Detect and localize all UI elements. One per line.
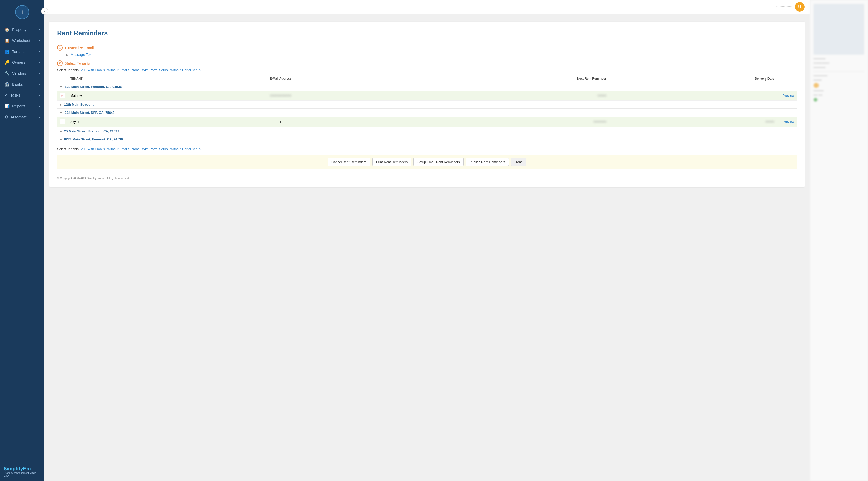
user-menu-text: •••••••••••••• — [776, 5, 793, 9]
select-without-emails-link[interactable]: Without Emails — [107, 68, 129, 72]
select-none-link[interactable]: None — [132, 68, 140, 72]
tenants-table: TENANT E-Mail Address Next Rent Reminder… — [57, 75, 797, 143]
sidebar-footer: $implifyEm Property Management Made Easy… — [0, 462, 44, 481]
print-rent-reminders-button[interactable]: Print Rent Reminders — [372, 158, 411, 166]
select-with-emails-link-bottom[interactable]: With Emails — [87, 147, 105, 151]
address-label-3: 234 Main Street, DFF, CA, 75648 — [65, 111, 115, 115]
tenant-checkbox-cell[interactable] — [57, 91, 68, 100]
top-bar: •••••••••••••• U — [44, 0, 810, 14]
cancel-rent-reminders-button[interactable]: Cancel Rent Reminders — [328, 158, 370, 166]
sidebar-item-owners[interactable]: 🔑 Owners › — [0, 57, 44, 68]
sidebar-item-tenants[interactable]: 👥 Tenants › — [0, 46, 44, 57]
tenant-checkbox-skyler[interactable] — [60, 119, 65, 124]
tenant-delivery-mathew — [609, 91, 777, 100]
main-content: •••••••••••••• U Rent Reminders 1 Custom… — [44, 0, 810, 481]
tenant-checkbox-cell-skyler[interactable] — [57, 117, 68, 127]
collapse-button[interactable]: ‹ — [41, 8, 48, 15]
address-row-3[interactable]: ▼ 234 Main Street, DFF, CA, 75648 — [57, 109, 797, 117]
select-without-emails-link-bottom[interactable]: Without Emails — [107, 147, 129, 151]
th-next-reminder: Next Rent Reminder — [373, 75, 609, 83]
address-label-1: 129 Main Street, Fremont, CA, 94536 — [65, 85, 122, 89]
preview-link-mathew[interactable]: Preview — [783, 94, 795, 97]
tenant-next-date-skyler: •••••••• — [609, 117, 777, 127]
th-tenant: TENANT — [68, 75, 188, 83]
select-with-portal-link-bottom[interactable]: With Portal Setup — [142, 147, 168, 151]
add-new-button[interactable]: + — [15, 5, 29, 19]
expand-icon: ▶ — [60, 103, 62, 106]
collapse-icon: ▼ — [60, 85, 62, 88]
chevron-right-icon: › — [39, 50, 40, 53]
table-row: Skyler 1 •••••••••••• •••••••• Preview — [57, 117, 797, 127]
chevron-right-icon: › — [39, 71, 40, 75]
step2-header: 2 Select Tenants — [57, 60, 797, 66]
expand-icon: ▶ — [60, 138, 62, 141]
step1-indent: ▶ Message Text — [66, 53, 797, 57]
select-tenants-bar-bottom: Select Tenants: All With Emails Without … — [57, 147, 797, 151]
tenant-preview-mathew: Preview — [777, 91, 797, 100]
tenant-name-skyler: Skyler — [68, 117, 188, 127]
sidebar-item-tasks[interactable]: ✓ Tasks › — [0, 90, 44, 100]
step1-title: Customize Email — [65, 46, 94, 50]
tenant-checkbox-mathew[interactable] — [60, 93, 65, 98]
home-icon: 🏠 — [5, 27, 10, 32]
chevron-right-icon: › — [39, 61, 40, 64]
select-all-link[interactable]: All — [81, 68, 85, 72]
select-none-link-bottom[interactable]: None — [132, 147, 140, 151]
tenant-email-skyler: •••••••••••• — [373, 117, 609, 127]
sidebar-item-automate[interactable]: ⚙ Automate › — [0, 112, 44, 122]
message-text-link[interactable]: Message Text — [70, 53, 92, 57]
preview-link-skyler[interactable]: Preview — [783, 120, 795, 124]
copyright-text: © Copyright 2006-2024 SimplifyEm Inc. Al… — [57, 174, 797, 180]
sidebar-logo: + — [0, 0, 44, 22]
select-without-portal-link-bottom[interactable]: Without Portal Setup — [170, 147, 200, 151]
worksheet-icon: 📋 — [5, 38, 10, 43]
chevron-right-icon: › — [39, 115, 40, 119]
address-label-4: 25 Main Street, Fremont, CA, 21523 — [64, 129, 119, 133]
automate-icon: ⚙ — [5, 115, 8, 119]
arrow-right-icon: ▶ — [66, 53, 68, 57]
user-avatar[interactable]: U — [795, 2, 805, 12]
page-title: Rent Reminders — [57, 29, 797, 41]
address-row-1[interactable]: ▼ 129 Main Street, Fremont, CA, 94536 — [57, 83, 797, 91]
select-tenants-bar-top: Select Tenants: All With Emails Without … — [57, 68, 797, 72]
select-all-link-bottom[interactable]: All — [81, 147, 85, 151]
select-with-emails-link[interactable]: With Emails — [87, 68, 105, 72]
setup-email-rent-reminders-button[interactable]: Setup Email Rent Reminders — [413, 158, 464, 166]
sidebar-item-property[interactable]: 🏠 Property › — [0, 24, 44, 35]
banks-icon: 🏦 — [5, 82, 10, 87]
tenant-email-mathew: •••••••••••••••••••• — [188, 91, 374, 100]
publish-rent-reminders-button[interactable]: Publish Rent Reminders — [466, 158, 509, 166]
chevron-right-icon: › — [39, 39, 40, 42]
th-delivery-date: Delivery Date — [609, 75, 777, 83]
address-label-2: 12th Main Street, , , — [64, 102, 94, 107]
tenants-icon: 👥 — [5, 49, 10, 54]
expand-icon: ▶ — [60, 130, 62, 133]
vendors-icon: 🔧 — [5, 71, 10, 76]
th-preview — [777, 75, 797, 83]
table-header-row: TENANT E-Mail Address Next Rent Reminder… — [57, 75, 797, 83]
address-row-2[interactable]: ▶ 12th Main Street, , , — [57, 100, 797, 109]
content-panel: Rent Reminders 1 Customize Email ▶ Messa… — [50, 22, 805, 187]
sidebar-item-banks[interactable]: 🏦 Banks › — [0, 79, 44, 90]
owners-icon: 🔑 — [5, 60, 10, 65]
step2-number: 2 — [57, 60, 63, 66]
step2-title: Select Tenants — [65, 61, 90, 65]
sidebar-item-worksheet[interactable]: 📋 Worksheet › — [0, 35, 44, 46]
right-panel: •••••••••••• •••••••••••••••• ••••••••••… — [810, 0, 868, 481]
sidebar: ‹ + 🏠 Property › 📋 Worksheet › 👥 Tenants — [0, 0, 44, 481]
sidebar-navigation: 🏠 Property › 📋 Worksheet › 👥 Tenants › 🔑… — [0, 22, 44, 462]
chevron-right-icon: › — [39, 93, 40, 97]
th-checkbox — [57, 75, 68, 83]
select-with-portal-link[interactable]: With Portal Setup — [142, 68, 168, 72]
collapse-icon: ▼ — [60, 111, 62, 114]
tenant-next-date-mathew: •••••••• — [373, 91, 609, 100]
select-without-portal-link[interactable]: Without Portal Setup — [170, 68, 200, 72]
sidebar-item-vendors[interactable]: 🔧 Vendors › — [0, 68, 44, 79]
action-bar: Cancel Rent Reminders Print Rent Reminde… — [57, 155, 797, 169]
tenant-unit-skyler: 1 — [188, 117, 374, 127]
sidebar-item-reports[interactable]: 📊 Reports › — [0, 100, 44, 112]
done-button[interactable]: Done — [511, 158, 526, 166]
address-row-5[interactable]: ▶ 8273 Main Street, Fremont, CA, 94536 — [57, 136, 797, 144]
tenant-name-mathew: Mathew — [68, 91, 188, 100]
address-row-4[interactable]: ▶ 25 Main Street, Fremont, CA, 21523 — [57, 127, 797, 136]
